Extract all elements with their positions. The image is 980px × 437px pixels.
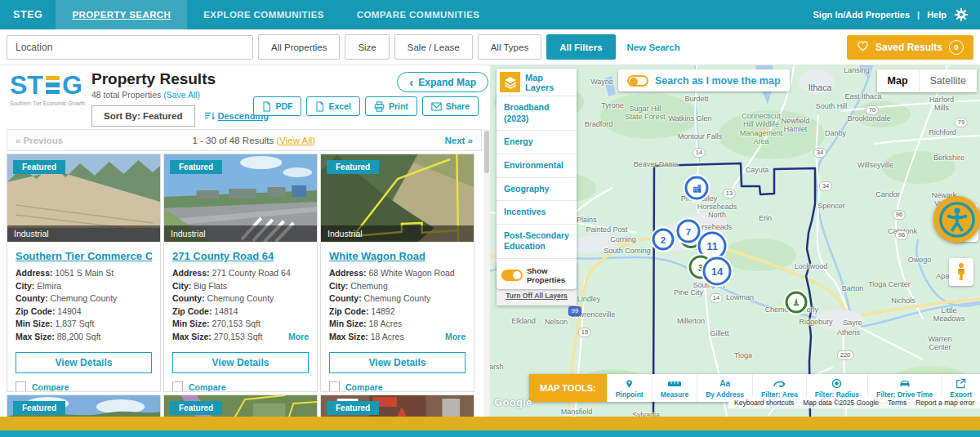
accessibility-person-icon <box>938 201 976 239</box>
map-attribution: Keyboard shortcutsMap data ©2025 GoogleT… <box>728 397 980 408</box>
filter-all-types-button[interactable]: All Types <box>478 34 541 60</box>
turn-off-all-layers-link[interactable]: Turn Off All Layers <box>506 292 568 300</box>
map-tool-pinpoint[interactable]: Pinpoint <box>607 374 652 402</box>
print-button[interactable]: Print <box>365 96 417 116</box>
route-shield-220: 220 <box>837 350 854 360</box>
chevron-left-icon: ‹ <box>409 75 413 89</box>
results-header: Property Results 48 total Properties (Sa… <box>91 70 269 127</box>
filter-sale-lease-button[interactable]: Sale / Lease <box>394 34 473 60</box>
search-as-move-toggle[interactable]: Search as I move the map <box>618 69 790 91</box>
map-layers-title: Map Layers <box>525 73 573 92</box>
property-title-link[interactable]: 271 County Road 64 <box>172 250 309 262</box>
property-card-body: Southern Tier Commerce Ce... Address: 10… <box>7 242 160 392</box>
property-title-link[interactable]: White Wagon Road <box>329 250 466 262</box>
property-photo[interactable]: Featured <box>164 395 317 417</box>
view-details-button[interactable]: View Details <box>172 352 309 373</box>
route-shield-13: 13 <box>723 189 736 198</box>
location-input[interactable] <box>7 35 253 60</box>
satellite-view-button[interactable]: Satellite <box>919 69 977 92</box>
saved-results-button[interactable]: Saved Results 0 <box>847 35 973 60</box>
toggle-icon <box>627 75 648 87</box>
next-page-button[interactable]: Next » <box>444 136 481 145</box>
search-bar: All Properties Size Sale / Lease All Typ… <box>0 29 980 65</box>
cluster-marker-7[interactable]: 7 <box>677 220 701 243</box>
nav-separator: | <box>917 10 920 20</box>
checkbox-icon <box>172 381 183 392</box>
nav-tab-explore-communities[interactable]: EXPLORE COMMUNITIES <box>187 0 341 29</box>
lasso-icon <box>773 378 786 390</box>
property-card: Featured <box>163 395 318 417</box>
terms-link[interactable]: Terms <box>888 399 906 407</box>
steg-logo-word: STG <box>10 72 87 98</box>
route-shield-14: 14 <box>693 148 706 158</box>
export-buttons: PDF Excel Print Share <box>253 96 479 116</box>
filter-size-button[interactable]: Size <box>345 34 389 60</box>
google-logo[interactable]: Google <box>494 396 532 408</box>
category-label: Industrial <box>164 225 317 242</box>
pagination-bar: « Previous 1 - 30 of 48 Results (View Al… <box>7 129 482 151</box>
cluster-marker-14[interactable]: 14 <box>703 257 732 286</box>
results-panel: STG Southern Tier Economic Growth Proper… <box>0 65 490 417</box>
property-photo[interactable]: Featured Industrial <box>7 154 160 242</box>
sort-descending-icon <box>205 111 215 121</box>
car-icon <box>898 378 911 390</box>
category-label: Industrial <box>321 225 474 242</box>
route-shield-34: 34 <box>819 181 832 191</box>
show-properties-toggle[interactable]: Show Properties <box>497 261 577 289</box>
property-photo[interactable]: Featured <box>7 395 160 417</box>
map-layers-list: Broadband (2023)EnergyEnvironmentalGeogr… <box>497 96 577 283</box>
map-marker-building[interactable] <box>685 176 709 200</box>
new-search-link[interactable]: New Search <box>627 42 680 52</box>
more-link[interactable]: More <box>445 332 466 341</box>
signin-link[interactable]: Sign In/Add Properties <box>813 10 911 20</box>
property-photo[interactable]: Featured Industrial <box>164 154 317 242</box>
property-photo[interactable]: Featured Industrial <box>321 154 474 242</box>
nav-tab-compare-communities[interactable]: COMPARE COMMUNITIES <box>341 0 497 29</box>
report-map-error-link[interactable]: Report a map error <box>915 399 974 407</box>
keyboard-shortcuts-link[interactable]: Keyboard shortcuts <box>734 399 794 407</box>
view-all-link[interactable]: (View All) <box>276 136 315 145</box>
property-photo[interactable]: Featured <box>321 395 474 417</box>
cluster-marker-2[interactable]: 2 <box>653 229 675 251</box>
previous-page-button[interactable]: « Previous <box>7 136 63 145</box>
map-tools-label: MAP TOOLS: <box>529 374 607 402</box>
pegman-button[interactable] <box>949 258 973 286</box>
document-icon <box>262 101 271 112</box>
view-details-button[interactable]: View Details <box>329 352 466 373</box>
route-shield-99: 99 <box>568 306 581 316</box>
property-title-link[interactable]: Southern Tier Commerce Ce... <box>16 250 152 262</box>
view-details-button[interactable]: View Details <box>16 352 152 373</box>
layer-item-broadband-2023[interactable]: Broadband (2023) <box>497 96 577 131</box>
share-button[interactable]: Share <box>422 96 479 116</box>
nav-brand[interactable]: STEG <box>0 0 56 29</box>
map[interactable]: WayneRock StreamLansingVarnaIthacaEast I… <box>490 65 980 417</box>
steg-logo: STG Southern Tier Economic Growth <box>10 72 87 106</box>
more-link[interactable]: More <box>288 332 309 341</box>
layer-item-post-secondary-education[interactable]: Post-Secondary Education <box>497 225 577 259</box>
map-type-control: Map Satellite <box>877 69 977 92</box>
map-marker-monument[interactable] <box>786 292 808 314</box>
filter-all-properties-button[interactable]: All Properties <box>258 34 340 60</box>
layer-item-geography[interactable]: Geography <box>497 178 577 202</box>
accessibility-button[interactable] <box>933 196 980 243</box>
map-tool-measure[interactable]: Measure <box>652 374 697 402</box>
all-filters-button[interactable]: All Filters <box>546 34 615 60</box>
expand-map-button[interactable]: ‹Expand Map <box>397 72 488 92</box>
pdf-button[interactable]: PDF <box>253 96 301 116</box>
property-cards: Featured Industrial Southern Tier Commer… <box>7 154 474 392</box>
excel-button[interactable]: Excel <box>306 96 359 116</box>
saved-count-badge: 0 <box>949 40 964 55</box>
layer-item-incentives[interactable]: Incentives <box>497 201 577 225</box>
save-all-link[interactable]: (Save All) <box>163 90 200 100</box>
compare-checkbox[interactable]: Compare <box>329 381 466 392</box>
sort-by-button[interactable]: Sort By: Featured <box>91 105 195 127</box>
layer-item-energy[interactable]: Energy <box>497 131 577 154</box>
compare-checkbox[interactable]: Compare <box>172 381 309 392</box>
map-view-button[interactable]: Map <box>877 69 919 92</box>
gear-icon[interactable] <box>954 7 969 22</box>
compare-checkbox[interactable]: Compare <box>16 381 152 392</box>
layer-item-environmental[interactable]: Environmental <box>497 154 577 178</box>
help-link[interactable]: Help <box>927 10 947 20</box>
nav-tab-property-search[interactable]: PROPERTY SEARCH <box>56 0 187 29</box>
scrollbar-thumb[interactable] <box>484 131 489 173</box>
